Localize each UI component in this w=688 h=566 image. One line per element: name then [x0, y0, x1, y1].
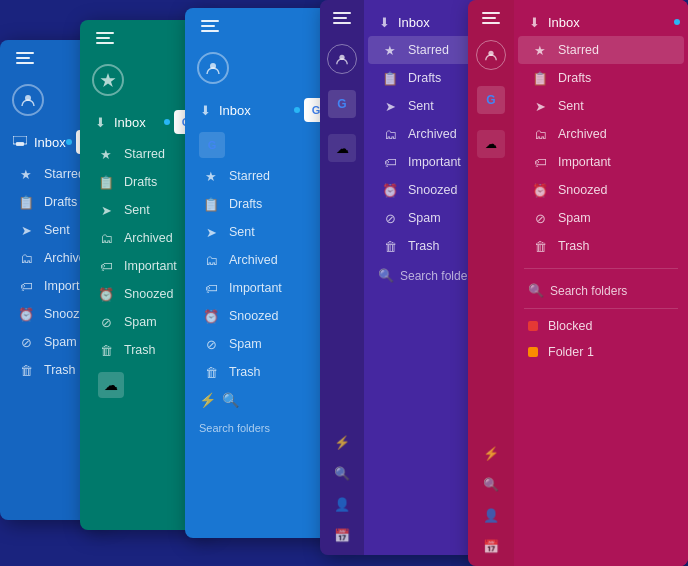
g-badge-5: G: [477, 86, 505, 114]
avatar-3: [197, 52, 229, 84]
important-icon-1: 🏷: [18, 278, 34, 294]
g-badge-3b: G: [199, 132, 225, 158]
inbox-label-4: Inbox: [398, 15, 430, 30]
nav-drafts-5[interactable]: 📋 Drafts: [518, 64, 684, 92]
search-folders-row-5[interactable]: 🔍 Search folders: [514, 277, 688, 304]
spam-label-5: Spam: [558, 211, 591, 225]
avatar-2: [92, 64, 124, 96]
hamburger-menu-2[interactable]: [96, 32, 114, 44]
folder1-label-5: Folder 1: [548, 345, 594, 359]
divider-5b: [524, 308, 678, 309]
nav-snoozed-5[interactable]: ⏰ Snoozed: [518, 176, 684, 204]
search-icon-4b: 🔍: [378, 268, 394, 283]
inbox-label-5: Inbox: [548, 15, 580, 30]
inbox-label-1: Inbox: [34, 135, 66, 150]
spam-label-4: Spam: [408, 211, 441, 225]
avatar-5: [476, 40, 506, 70]
hamburger-menu-3[interactable]: [201, 20, 219, 32]
archive-icon-5: 🗂: [532, 126, 548, 142]
sent-label-4: Sent: [408, 99, 434, 113]
archived-label-3: Archived: [229, 253, 278, 267]
hamburger-4[interactable]: [333, 12, 351, 24]
sent-icon-4: ➤: [382, 98, 398, 114]
search-folders-3[interactable]: Search folders: [199, 422, 270, 434]
blocked-color-5: [528, 321, 538, 331]
important-label-5: Important: [558, 155, 611, 169]
sent-icon-2: ➤: [98, 202, 114, 218]
archived-label-4: Archived: [408, 127, 457, 141]
nav-drafts-3[interactable]: 📋 Drafts: [189, 190, 336, 218]
search-icon-5: 🔍: [483, 477, 499, 492]
nav-important-5[interactable]: 🏷 Important: [518, 148, 684, 176]
svg-rect-2: [16, 142, 24, 146]
important-icon-2: 🏷: [98, 258, 114, 274]
search-icon-3: 🔍: [222, 392, 239, 408]
search-folders-label-5: Search folders: [550, 284, 627, 298]
nav-sent-3[interactable]: ➤ Sent: [189, 218, 336, 246]
snoozed-label-3: Snoozed: [229, 309, 278, 323]
avatar-1: [12, 84, 44, 116]
drafts-label-1: Drafts: [44, 195, 77, 209]
nav-folder1-5[interactable]: Folder 1: [514, 339, 688, 365]
snoozed-label-2: Snoozed: [124, 287, 173, 301]
trash-label-1: Trash: [44, 363, 76, 377]
important-icon-4: 🏷: [382, 154, 398, 170]
draft-icon-5: 📋: [532, 70, 548, 86]
panel-blue: ⬇ Inbox G G ★ Starred 📋 Drafts ➤ Sent 🗂: [185, 8, 340, 538]
dot-2: [164, 119, 170, 125]
archive-icon-4: 🗂: [382, 126, 398, 142]
inbox-icon-2: ⬇: [92, 114, 108, 130]
nav-trash-5[interactable]: 🗑 Trash: [518, 232, 684, 260]
trash-label-5: Trash: [558, 239, 590, 253]
sent-label-2: Sent: [124, 203, 150, 217]
nav-blocked-5[interactable]: Blocked: [514, 313, 688, 339]
spam-icon-1: ⊘: [18, 334, 34, 350]
nav-archived-5[interactable]: 🗂 Archived: [518, 120, 684, 148]
inbox-row-3[interactable]: ⬇ Inbox G: [185, 92, 340, 128]
hamburger-menu-1[interactable]: [16, 52, 34, 64]
inbox-label-2: Inbox: [114, 115, 146, 130]
folder1-color-5: [528, 347, 538, 357]
nav-important-3[interactable]: 🏷 Important: [189, 274, 336, 302]
spam-label-3: Spam: [229, 337, 262, 351]
nav-spam-3[interactable]: ⊘ Spam: [189, 330, 336, 358]
spam-label-1: Spam: [44, 335, 77, 349]
draft-icon-1: 📋: [18, 194, 34, 210]
starred-label-3: Starred: [229, 169, 270, 183]
spam-label-2: Spam: [124, 315, 157, 329]
trash-icon-3: 🗑: [203, 364, 219, 380]
nav-starred-5[interactable]: ★ Starred: [518, 36, 684, 64]
blocked-label-5: Blocked: [548, 319, 592, 333]
svg-marker-3: [101, 73, 116, 87]
drafts-label-5: Drafts: [558, 71, 591, 85]
snooze-icon-2: ⏰: [98, 286, 114, 302]
draft-icon-4: 📋: [382, 70, 398, 86]
nav-snoozed-3[interactable]: ⏰ Snoozed: [189, 302, 336, 330]
nav-archived-3[interactable]: 🗂 Archived: [189, 246, 336, 274]
trash-icon-4: 🗑: [382, 238, 398, 254]
sent-label-1: Sent: [44, 223, 70, 237]
sent-label-3: Sent: [229, 225, 255, 239]
sent-icon-1: ➤: [18, 222, 34, 238]
nav-trash-3[interactable]: 🗑 Trash: [189, 358, 336, 386]
trash-label-3: Trash: [229, 365, 261, 379]
avatar-4: [327, 44, 357, 74]
starred-label-5: Starred: [558, 43, 599, 57]
nav-sent-5[interactable]: ➤ Sent: [518, 92, 684, 120]
drafts-label-2: Drafts: [124, 175, 157, 189]
person-icon-4: 👤: [334, 497, 350, 512]
panel4-icon-bar: G ☁ ⚡ 🔍 👤 📅: [320, 0, 364, 555]
important-icon-5: 🏷: [532, 154, 548, 170]
hamburger-5[interactable]: [482, 12, 500, 24]
nav-starred-3[interactable]: ★ Starred: [189, 162, 336, 190]
important-label-3: Important: [229, 281, 282, 295]
starred-label-4: Starred: [408, 43, 449, 57]
panel5-sidebar: G ☁ ⚡ 🔍 👤 📅: [468, 0, 514, 566]
spam-icon-3: ⊘: [203, 336, 219, 352]
star-icon-1: ★: [18, 166, 34, 182]
nav-spam-5[interactable]: ⊘ Spam: [518, 204, 684, 232]
g-badge-4: G: [328, 90, 356, 118]
bottom-icons-3: ⚡ 🔍: [185, 386, 340, 414]
panel3-header: [185, 8, 340, 44]
inbox-row-5[interactable]: ⬇ Inbox: [514, 8, 688, 36]
